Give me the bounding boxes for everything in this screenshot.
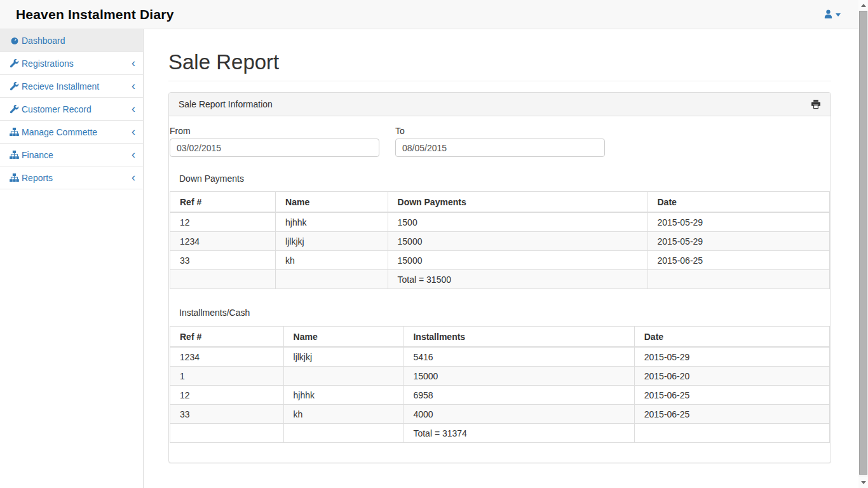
total-row: Total = 31374 — [170, 424, 830, 443]
angle-left-icon — [132, 57, 135, 69]
cell: 15000 — [388, 232, 648, 251]
down-payments-section-label: Down Payments — [179, 173, 820, 184]
to-label: To — [395, 126, 605, 136]
angle-left-icon — [132, 172, 135, 183]
cell: kh — [276, 251, 388, 270]
table-row: 33kh40002015-06-25 — [170, 405, 830, 424]
wrench-icon — [10, 104, 19, 114]
wrench-icon — [10, 81, 19, 91]
column-header: Date — [648, 192, 830, 213]
scroll-up-arrow-icon — [861, 4, 866, 7]
cell: 2015-05-29 — [634, 347, 829, 367]
from-date-input[interactable] — [170, 139, 379, 157]
scrollbar-thumb[interactable] — [859, 11, 867, 475]
scroll-down-button[interactable] — [858, 477, 868, 488]
sidebar-item-label: Registrations — [22, 58, 132, 69]
from-field-group: From — [170, 126, 379, 157]
cell: 1234 — [170, 347, 284, 367]
cell: 4000 — [403, 405, 634, 424]
sitemap-icon — [10, 173, 19, 182]
cell — [648, 270, 830, 289]
total-row: Total = 31500 — [170, 270, 830, 289]
cell: 15000 — [403, 367, 634, 386]
column-header: Ref # — [170, 192, 276, 213]
sidebar-item-registrations[interactable]: Registrations — [0, 52, 143, 75]
wrench-icon — [10, 58, 19, 68]
cell: 2015-05-29 — [648, 212, 830, 232]
sidebar: Dashboard Registrations Recieve Installm… — [0, 29, 144, 488]
sitemap-icon — [10, 150, 19, 159]
total-cell: Total = 31500 — [388, 270, 648, 289]
cell — [283, 367, 403, 386]
to-field-group: To — [395, 126, 605, 157]
cell: hjhhk — [276, 212, 388, 232]
from-label: From — [170, 126, 379, 136]
sidebar-item-label: Customer Record — [22, 104, 132, 114]
column-header: Name — [276, 192, 388, 213]
total-cell: Total = 31374 — [403, 424, 634, 443]
cell: 6958 — [403, 386, 634, 405]
cell — [634, 424, 829, 443]
sidebar-item-manage-commette[interactable]: Manage Commette — [0, 121, 143, 144]
caret-down-icon — [836, 13, 841, 17]
cell — [283, 424, 403, 443]
cell: 2015-06-25 — [634, 386, 829, 405]
cell: 33 — [170, 405, 284, 424]
cell: 15000 — [388, 251, 648, 270]
cell: 2015-06-20 — [634, 367, 829, 386]
cell: 5416 — [403, 347, 634, 367]
user-icon — [823, 9, 834, 20]
date-filters: From To — [170, 126, 830, 157]
table-row: 1234ljlkjkj54162015-05-29 — [170, 347, 830, 367]
installments-table: Ref #NameInstallmentsDate1234ljlkjkj5416… — [170, 326, 830, 443]
sidebar-item-reports[interactable]: Reports — [0, 166, 143, 189]
user-menu[interactable] — [823, 9, 841, 20]
table-row: 12hjhhk69582015-06-25 — [170, 386, 830, 405]
sitemap-icon — [10, 127, 19, 137]
installments-section-label: Installments/Cash — [179, 308, 820, 318]
cell: ljlkjkj — [276, 232, 388, 251]
dashboard-icon — [10, 36, 19, 45]
sidebar-item-customer-record[interactable]: Customer Record — [0, 98, 143, 121]
page-header: Sale Report — [168, 50, 831, 81]
panel-title: Sale Report Information — [179, 99, 273, 109]
cell: ljlkjkj — [283, 347, 403, 367]
table-row: 12hjhhk15002015-05-29 — [170, 212, 830, 232]
main-content: Sale Report Sale Report Information — [144, 29, 868, 488]
sidebar-item-label: Dashboard — [22, 36, 135, 46]
panel-heading: Sale Report Information — [169, 93, 831, 116]
cell: 2015-06-25 — [634, 405, 829, 424]
page-title: Sale Report — [168, 50, 831, 74]
cell: 12 — [170, 386, 284, 405]
angle-left-icon — [132, 103, 135, 114]
cell: 2015-06-25 — [648, 251, 830, 270]
cell: 2015-05-29 — [648, 232, 830, 251]
column-header: Date — [634, 327, 829, 348]
column-header: Name — [283, 327, 403, 348]
scroll-up-button[interactable] — [858, 0, 868, 11]
to-date-input[interactable] — [395, 139, 605, 157]
sidebar-item-label: Manage Commette — [22, 127, 132, 137]
table-row: 1234ljlkjkj150002015-05-29 — [170, 232, 830, 251]
app-title: Heaven Instalment Diary — [16, 7, 174, 22]
cell: kh — [283, 405, 403, 424]
print-icon — [811, 102, 821, 111]
scrollbar[interactable] — [858, 0, 868, 488]
table-row: 1150002015-06-20 — [170, 367, 830, 386]
print-button[interactable] — [811, 99, 821, 109]
table-row: 33kh150002015-06-25 — [170, 251, 830, 270]
sidebar-item-finance[interactable]: Finance — [0, 144, 143, 166]
angle-left-icon — [132, 149, 135, 160]
cell: 12 — [170, 212, 276, 232]
cell: 1 — [170, 367, 284, 386]
scroll-down-arrow-icon — [861, 481, 866, 484]
cell: 1500 — [388, 212, 648, 232]
cell — [170, 424, 284, 443]
sidebar-item-label: Recieve Installment — [22, 81, 132, 92]
cell: 1234 — [170, 232, 276, 251]
cell: 33 — [170, 251, 276, 270]
sidebar-item-dashboard[interactable]: Dashboard — [0, 29, 143, 52]
column-header: Installments — [403, 327, 634, 348]
down-payments-table: Ref #NameDown PaymentsDate12hjhhk1500201… — [170, 191, 830, 289]
sidebar-item-recieve-installment[interactable]: Recieve Installment — [0, 75, 143, 98]
